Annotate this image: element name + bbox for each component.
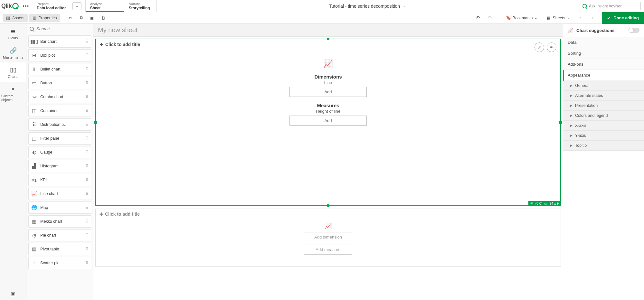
- chart-type-item[interactable]: 🌐Map⠿: [28, 202, 91, 214]
- next-sheet-button[interactable]: [588, 14, 597, 23]
- drag-handle-icon: ⠿: [86, 220, 88, 222]
- puzzle-icon: ✦: [11, 86, 15, 93]
- resize-handle-right[interactable]: [559, 121, 562, 124]
- chart-type-item[interactable]: ⠿Distribution p…⠿: [28, 118, 91, 131]
- add-dimension-button[interactable]: Add: [289, 87, 367, 97]
- appearance-sub-general[interactable]: ▶General: [563, 81, 644, 91]
- insight-search[interactable]: [580, 2, 641, 10]
- cut-button[interactable]: [66, 14, 75, 23]
- fullscreen-button[interactable]: ⤢: [535, 42, 544, 52]
- asset-search-input[interactable]: [36, 26, 90, 31]
- resize-handle-left[interactable]: [94, 121, 97, 124]
- prepare-dropdown[interactable]: ⌄: [72, 2, 81, 10]
- paste-button[interactable]: [88, 14, 97, 23]
- chevron-right-icon: ▶: [570, 84, 573, 87]
- tab-analyze[interactable]: Analyze Sheet: [86, 0, 124, 12]
- chart-type-item[interactable]: ▤Pivot table⠿: [28, 243, 91, 255]
- chart-type-item[interactable]: ⫘Combo chart⠿: [28, 91, 91, 103]
- object-menu-button[interactable]: •••: [547, 42, 556, 52]
- chart-type-item[interactable]: ▮▮▯Bar chart⠿: [28, 35, 91, 48]
- rail-fields[interactable]: ≣ Fields: [0, 24, 26, 43]
- asset-panel: ▮▮▯Bar chart⠿⊟Box plot⠿⦀Bullet chart⠿▭Bu…: [26, 24, 93, 300]
- chart-type-item[interactable]: ◫Container⠿: [28, 105, 91, 117]
- appearance-sub-tooltip[interactable]: ▶Tooltip: [563, 141, 644, 151]
- bookmarks-button[interactable]: Bookmarks ⌄: [503, 14, 541, 22]
- rail-master-items[interactable]: 🔗 Master items: [0, 43, 26, 62]
- copy-button[interactable]: [77, 14, 86, 23]
- chart-type-icon: ◐: [31, 149, 37, 155]
- chart-type-item[interactable]: ⬚Filter pane⠿: [28, 132, 91, 145]
- appearance-sub-label: Tooltip: [575, 143, 587, 148]
- drag-handle-icon: ⠿: [86, 165, 88, 167]
- chart-type-label: Scatter plot: [40, 261, 82, 265]
- resize-handle-top[interactable]: [327, 38, 329, 40]
- chart-object-1[interactable]: ⤢ ••• ✚ Click to add title 📈 Dimensions …: [95, 39, 561, 206]
- charts-icon: ▯▯: [10, 66, 16, 73]
- delete-button[interactable]: [99, 14, 108, 23]
- rail-collapse[interactable]: ▣: [0, 287, 26, 300]
- prop-section-appearance[interactable]: Appearance: [563, 70, 644, 81]
- chart-type-item[interactable]: ◔Pie chart⠿: [28, 229, 91, 241]
- line-chart-icon: 📈: [325, 222, 332, 230]
- sheets-button[interactable]: Sheets ⌄: [543, 14, 573, 22]
- chart-type-label: Container: [40, 108, 82, 113]
- chart-type-item[interactable]: #1KPI⠿: [28, 174, 91, 186]
- prop-section-sorting[interactable]: Sorting: [563, 48, 644, 59]
- app-menu-button[interactable]: •••: [20, 0, 32, 12]
- appearance-sub-x-axis[interactable]: ▶X-axis: [563, 121, 644, 131]
- app-title[interactable]: Tutorial - time series decomposition ⌄: [157, 0, 578, 12]
- redo-button[interactable]: [485, 14, 495, 23]
- chart-type-item[interactable]: ⦀Bullet chart⠿: [28, 63, 91, 75]
- chart-type-item[interactable]: ⊟Box plot⠿: [28, 49, 91, 61]
- prev-sheet-button[interactable]: [575, 14, 585, 23]
- add-dimension-button-2[interactable]: Add dimension: [304, 232, 352, 242]
- asset-search[interactable]: [26, 24, 93, 34]
- rail-charts[interactable]: ▯▯ Charts: [0, 62, 26, 82]
- resize-handle-bottom[interactable]: [327, 204, 329, 207]
- chart-suggestions-toggle[interactable]: [629, 28, 639, 33]
- size-icon: ▭: [544, 202, 547, 205]
- chart-type-label: Mekko chart: [40, 219, 82, 224]
- properties-toggle[interactable]: Properties: [29, 14, 60, 22]
- chart-type-icon: 📈: [31, 191, 37, 197]
- chart-type-icon: ⊟: [31, 52, 37, 58]
- size-text: 24 x 9: [549, 202, 559, 205]
- chart-suggestions-row: 📈 Chart suggestions: [563, 24, 644, 37]
- chart-type-item[interactable]: ▟Histogram⠿: [28, 160, 91, 172]
- top-bar: Qlik ••• Prepare Data load editor ⌄ Anal…: [0, 0, 644, 12]
- appearance-sub-y-axis[interactable]: ▶Y-axis: [563, 131, 644, 141]
- chart-type-item[interactable]: ⁘Scatter plot⠿: [28, 257, 91, 269]
- collapse-icon: ▣: [11, 291, 15, 297]
- chart-type-icon: ▤: [31, 246, 37, 252]
- add-measure-button-2[interactable]: Add measure: [304, 245, 352, 255]
- sheet-title[interactable]: My new sheet: [93, 24, 563, 37]
- tab-analyze-eyebrow: Analyze: [90, 2, 118, 6]
- prop-section-add-ons[interactable]: Add-ons: [563, 59, 644, 70]
- prop-section-data[interactable]: Data: [563, 37, 644, 48]
- done-editing-button[interactable]: ✓ Done editing: [602, 12, 644, 24]
- rail-custom-objects[interactable]: ✦ Custom objects: [0, 82, 26, 105]
- assets-toggle[interactable]: Assets: [3, 14, 28, 22]
- appearance-sub-label: Colors and legend: [575, 113, 608, 118]
- chart-suggestions-label: Chart suggestions: [576, 28, 615, 33]
- chart-object-2[interactable]: ✚ Click to add title 📈 Add dimension Add…: [95, 209, 561, 267]
- properties-panel: 📈 Chart suggestions DataSortingAdd-onsAp…: [563, 24, 644, 300]
- appearance-sub-alternate-states[interactable]: ▶Alternate states: [563, 91, 644, 101]
- undo-button[interactable]: [473, 14, 483, 23]
- chart-type-item[interactable]: 📈Line chart⠿: [28, 188, 91, 200]
- chart-title-placeholder[interactable]: ✚ Click to add title: [96, 39, 560, 50]
- chart-type-item[interactable]: ▦Mekko chart⠿: [28, 215, 91, 228]
- sheet-canvas[interactable]: ⤢ ••• ✚ Click to add title 📈 Dimensions …: [93, 37, 563, 300]
- tab-prepare[interactable]: Prepare Data load editor: [32, 1, 72, 12]
- chart-type-label: KPI: [40, 178, 82, 182]
- insight-search-input[interactable]: [589, 4, 638, 8]
- appearance-sub-presentation[interactable]: ▶Presentation: [563, 101, 644, 111]
- chart2-title-placeholder[interactable]: ✚ Click to add title: [96, 209, 561, 219]
- chart-type-label: Map: [40, 205, 82, 210]
- app-title-text: Tutorial - time series decomposition: [329, 4, 400, 9]
- tab-narrate[interactable]: Narrate Storytelling: [124, 0, 157, 12]
- chart-type-item[interactable]: ◐Gauge⠿: [28, 146, 91, 158]
- appearance-sub-colors-and-legend[interactable]: ▶Colors and legend: [563, 111, 644, 121]
- add-measure-button[interactable]: Add: [289, 116, 367, 126]
- chart-type-item[interactable]: ▭Button⠿: [28, 77, 91, 89]
